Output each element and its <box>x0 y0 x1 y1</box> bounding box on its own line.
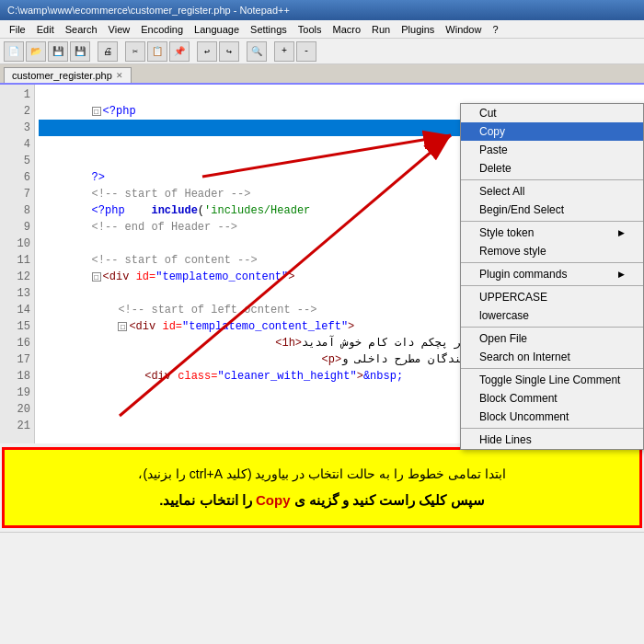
instruction-box: ابتدا تمامی خطوط را به حالت انتخاب در بی… <box>2 447 642 528</box>
fold-11[interactable]: □ <box>92 272 101 282</box>
ctx-remove-style[interactable]: Remove style <box>461 242 643 260</box>
tab-file[interactable]: customer_register.php ✕ <box>4 67 132 83</box>
ln-7: 7 <box>0 186 34 202</box>
ln-12: 12 <box>0 269 34 285</box>
ctx-toggle-comment[interactable]: Toggle Single Line Comment <box>461 371 643 389</box>
ln-2: 2 <box>0 103 34 120</box>
menu-window[interactable]: Window <box>440 24 487 35</box>
ctx-search-internet[interactable]: Search on Internet <box>461 348 643 366</box>
ln-15: 15 <box>0 318 34 335</box>
ln-13: 13 <box>0 285 34 302</box>
tb-open[interactable]: 📂 <box>26 41 46 62</box>
tb-redo[interactable]: ↪ <box>219 41 239 62</box>
status-text <box>4 536 6 547</box>
ctx-paste[interactable]: Paste <box>461 141 643 159</box>
menu-bar: File Edit Search View Encoding Language … <box>0 20 644 39</box>
ln-10: 10 <box>0 236 34 252</box>
menu-encoding[interactable]: Encoding <box>135 24 189 35</box>
title-bar: C:\wamp\www\ecommerce\customer_register.… <box>0 0 644 20</box>
ctx-sep-4 <box>461 285 643 286</box>
submenu-arrow-2: ▶ <box>618 270 625 279</box>
line-numbers: 1 2 3 4 5 6 7 8 9 10 11 12 13 14 15 16 1… <box>0 85 35 443</box>
ln-3: 3 <box>0 120 34 136</box>
ln-11: 11 <box>0 252 34 269</box>
ctx-delete[interactable]: Delete <box>461 159 643 178</box>
instruction-text-2b: را انتخاب نمایید. <box>159 492 256 508</box>
menu-edit[interactable]: Edit <box>31 24 60 35</box>
instruction-line2: سپس کلیک راست کنید و گزینه ی Copy را انت… <box>19 487 625 514</box>
menu-plugins[interactable]: Plugins <box>396 24 440 35</box>
menu-run[interactable]: Run <box>366 24 396 35</box>
toolbar: 📄 📂 💾 💾 🖨 ✂ 📋 📌 ↩ ↪ 🔍 + - <box>0 39 644 64</box>
ctx-select-all[interactable]: Select All <box>461 182 643 201</box>
tb-save[interactable]: 💾 <box>48 41 68 62</box>
ctx-block-comment[interactable]: Block Comment <box>461 389 643 408</box>
ln-5: 5 <box>0 153 34 169</box>
tb-zoom-out[interactable]: - <box>296 41 316 62</box>
ln-9: 9 <box>0 219 34 236</box>
ln-17: 17 <box>0 351 34 368</box>
ln-14: 14 <box>0 302 34 318</box>
ctx-sep-1 <box>461 179 643 180</box>
ctx-sep-7 <box>461 428 643 429</box>
ln-8: 8 <box>0 202 34 219</box>
instruction-text-2a: سپس کلیک راست کنید و گزینه ی <box>290 492 484 508</box>
ctx-copy[interactable]: Copy <box>461 122 643 141</box>
ctx-sep-3 <box>461 262 643 263</box>
fold-14[interactable]: □ <box>118 322 127 331</box>
tb-cut[interactable]: ✂ <box>125 41 145 62</box>
menu-file[interactable]: File <box>4 24 31 35</box>
tb-print[interactable]: 🖨 <box>98 41 118 62</box>
ctx-block-uncomment[interactable]: Block Uncomment <box>461 408 643 426</box>
menu-search[interactable]: Search <box>60 24 103 35</box>
ctx-begin-end-select[interactable]: Begin/End Select <box>461 201 643 219</box>
ln-1: 1 <box>0 86 34 103</box>
ctx-cut[interactable]: Cut <box>461 104 643 122</box>
ctx-lowercase[interactable]: lowercase <box>461 306 643 325</box>
ln-16: 16 <box>0 335 34 351</box>
instruction-copy-word: Copy <box>256 492 291 508</box>
ctx-sep-5 <box>461 327 643 328</box>
tb-undo[interactable]: ↩ <box>197 41 217 62</box>
ln-6: 6 <box>0 169 34 186</box>
menu-macro[interactable]: Macro <box>327 24 366 35</box>
tab-label: customer_register.php <box>12 70 112 81</box>
tb-copy[interactable]: 📋 <box>147 41 167 62</box>
menu-view[interactable]: View <box>103 24 136 35</box>
ctx-style-token[interactable]: Style token ▶ <box>461 224 643 242</box>
ctx-open-file[interactable]: Open File <box>461 329 643 348</box>
tab-close-button[interactable]: ✕ <box>116 71 123 80</box>
ln-19: 19 <box>0 385 34 401</box>
ln-18: 18 <box>0 368 34 385</box>
status-bar <box>0 532 644 550</box>
tb-saveall[interactable]: 💾 <box>70 41 90 62</box>
instruction-text-1: ابتدا تمامی خطوط را به حالت انتخاب در بی… <box>138 466 505 481</box>
submenu-arrow-1: ▶ <box>618 228 625 237</box>
menu-tools[interactable]: Tools <box>293 24 328 35</box>
instruction-line1: ابتدا تمامی خطوط را به حالت انتخاب در بی… <box>19 461 625 487</box>
tb-paste[interactable]: 📌 <box>169 41 190 62</box>
ln-4: 4 <box>0 136 34 153</box>
code-line-1: □<?php <box>39 86 640 103</box>
ctx-sep-6 <box>461 368 643 369</box>
tab-bar: customer_register.php ✕ <box>0 64 644 85</box>
ln-21: 21 <box>0 418 34 434</box>
ctx-sep-2 <box>461 221 643 222</box>
menu-help[interactable]: ? <box>487 24 503 35</box>
tb-zoom-in[interactable]: + <box>274 41 294 62</box>
ctx-plugin-commands[interactable]: Plugin commands ▶ <box>461 265 643 283</box>
tb-find[interactable]: 🔍 <box>247 41 267 62</box>
title-text: C:\wamp\www\ecommerce\customer_register.… <box>7 5 290 16</box>
menu-language[interactable]: Language <box>189 24 245 35</box>
ctx-uppercase[interactable]: UPPERCASE <box>461 288 643 306</box>
context-menu: Cut Copy Paste Delete Select All Begin/E… <box>460 103 644 450</box>
ln-20: 20 <box>0 401 34 418</box>
ctx-hide-lines[interactable]: Hide Lines <box>461 431 643 449</box>
tb-new[interactable]: 📄 <box>4 41 24 62</box>
fold-1[interactable]: □ <box>92 107 101 116</box>
menu-settings[interactable]: Settings <box>245 24 293 35</box>
